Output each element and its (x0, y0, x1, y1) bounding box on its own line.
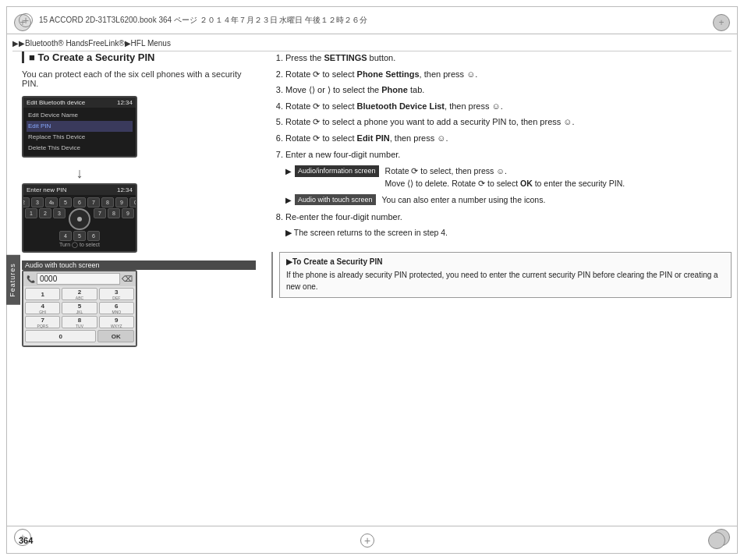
right-note-text: If the phone is already security PIN pro… (286, 269, 725, 292)
numpad-key-1b: 1 (25, 208, 37, 218)
touch-key-8[interactable]: 8 TUV (62, 316, 97, 328)
screen2-header: Enter new PIN 12:34 (23, 185, 136, 195)
step-7: Enter a new four-digit number. ▶ Audio/i… (285, 148, 732, 207)
touch-key-9-sub: WXYZ (111, 324, 122, 328)
numpad-key-7b: 7 (94, 208, 106, 218)
numbered-steps: Press the SETTINGS button. Rotate ⟳ to s… (271, 51, 732, 239)
backspace-icon: ⌫ (122, 275, 133, 283)
screen3-mockup: 📞 0000 ⌫ 1 2 ABC (22, 270, 137, 347)
right-note-title: ▶To Create a Security PIN (286, 257, 725, 266)
touch-key-6-sub: MNO (112, 310, 121, 314)
numpad-key-8b: 8 (108, 208, 120, 218)
touch-key-4[interactable]: 4 GHI (25, 302, 60, 314)
step-3-bold: Phone (381, 85, 408, 94)
touch-key-5[interactable]: 5 JKL (62, 302, 97, 314)
touch-key-6[interactable]: 6 MNO (99, 302, 134, 314)
step-1-bold: SETTINGS (324, 53, 367, 62)
footer-circle-right (708, 532, 725, 549)
touch-row-2: 4 GHI 5 JKL 6 MNO (25, 302, 134, 314)
touch-key-5-num: 5 (78, 303, 81, 310)
screen1-title: Edit Bluetooth device (27, 99, 85, 106)
touch-key-ok[interactable]: OK (97, 330, 134, 342)
step-2: Rotate ⟳ to select Phone Settings, then … (285, 68, 732, 82)
screen2-title: Enter new PIN (27, 186, 67, 193)
touch-key-2-num: 2 (78, 289, 81, 296)
touch-key-2[interactable]: 2 ABC (62, 288, 97, 300)
numpad-key-0: 0 (129, 197, 137, 207)
screen3-header: 📞 0000 ⌫ (23, 271, 136, 286)
numpad-key-2b: 2 (39, 208, 51, 218)
numpad-key-6: 6 (73, 197, 86, 207)
touch-zero-row: 0 OK (25, 330, 134, 342)
touch-key-4-sub: GHI (39, 310, 46, 314)
touch-key-9[interactable]: 9 WXYZ (99, 316, 134, 328)
step-6-bold: Edit PIN (357, 133, 390, 143)
touch-key-4-num: 4 (41, 303, 44, 310)
screen2-hint: Turn ◯ to select (25, 242, 134, 250)
footer-center (33, 533, 702, 548)
numpad-row-2: 1 2 3 7 8 9 (25, 208, 134, 230)
numpad-key-8: 8 (101, 197, 114, 207)
touch-key-1-num: 1 (41, 291, 44, 298)
footer-crosshair (360, 533, 374, 548)
sidebar-features-tab: Features (6, 255, 20, 305)
screen1-time: 12:34 (117, 99, 133, 106)
screen1-item-2: Replace This Device (27, 132, 133, 143)
touch-row-1: 1 2 ABC 3 DEF (25, 288, 134, 300)
footer-right (702, 532, 725, 549)
dial-circle (69, 208, 90, 230)
step-2-bold: Phone Settings (357, 69, 420, 79)
left-column: To Create a Security PIN You can protect… (22, 51, 256, 526)
touch-key-zero[interactable]: 0 (25, 330, 96, 342)
step-8: Re-enter the four-digit number. ▶ The sc… (285, 211, 732, 239)
screen2-body: 2 3 4b 5 6 7 8 9 0 1 2 3 (23, 195, 136, 251)
audio-info-screen-text: Rotate ⟳ to select, then press ☺. Move ⟨… (385, 165, 625, 190)
screen3-body: 1 2 ABC 3 DEF 4 (23, 286, 136, 346)
touch-key-3-sub: DEF (112, 296, 120, 300)
touch-key-1[interactable]: 1 (25, 288, 60, 300)
sub-step-arrow-2: ▶ (285, 194, 292, 207)
step-4-bold: Bluetooth Device List (357, 101, 445, 111)
sub-step-arrow-1: ▶ (285, 165, 292, 178)
screen1-item-1: Edit PIN (27, 121, 133, 132)
numpad-row-3: 4 5 6 (25, 231, 134, 241)
right-note-box: ▶To Create a Security PIN If the phone i… (279, 252, 732, 298)
numpad-key-6b: 6 (87, 231, 100, 241)
step-7-sub-audio-touch: ▶ Audio with touch screen You can also e… (285, 194, 732, 207)
numpad-key-4b: 4 (59, 231, 72, 241)
screen1-item-0: Edit Device Name (27, 110, 133, 121)
numpad-row-1: 2 3 4b 5 6 7 8 9 0 (25, 197, 134, 207)
step-7-sub-audio-info: ▶ Audio/information screen Rotate ⟳ to s… (285, 165, 732, 190)
numpad-key-9: 9 (115, 197, 128, 207)
step-3: Move ⟨⟩ or ⟩ to select the Phone tab. (285, 83, 732, 97)
screen2-container: Enter new PIN 12:34 2 3 4b 5 6 7 8 9 0 (22, 183, 256, 253)
header-crosshair (19, 13, 33, 27)
touch-key-9-num: 9 (115, 317, 118, 324)
touch-key-2-sub: ABC (76, 296, 83, 300)
numpad-key-3b: 3 (53, 208, 66, 218)
screen3-phone-icon: 📞 (27, 275, 35, 283)
down-arrow: ↓ (22, 165, 137, 182)
touch-key-7[interactable]: 7 PQRS (25, 316, 60, 328)
screen3-container: 📞 0000 ⌫ 1 2 ABC (22, 270, 256, 347)
page-header: 15 ACCORD 2D-31T3L6200.book 364 ページ ２０１４… (6, 6, 738, 34)
touch-key-8-num: 8 (78, 317, 81, 324)
page-number: 364 (19, 536, 33, 545)
touch-key-5-sub: JKL (76, 310, 83, 314)
numpad-key-7: 7 (87, 197, 100, 207)
numpad-key-9b: 9 (122, 208, 134, 218)
audio-info-screen-badge: Audio/information screen (295, 165, 379, 176)
step-1: Press the SETTINGS button. (285, 51, 732, 66)
numpad-key-4: 4b (45, 197, 58, 207)
touch-key-7-sub: PQRS (37, 324, 48, 328)
touch-key-7-num: 7 (41, 317, 44, 324)
touch-key-3[interactable]: 3 DEF (99, 288, 134, 300)
screen3-input: 0000 (37, 273, 120, 285)
numpad-key-5b: 5 (73, 231, 86, 241)
screen2-time: 12:34 (117, 186, 133, 193)
screen1-body: Edit Device Name Edit PIN Replace This D… (23, 108, 136, 156)
screen1-container: Edit Bluetooth device 12:34 Edit Device … (22, 96, 256, 158)
screen2-mockup: Enter new PIN 12:34 2 3 4b 5 6 7 8 9 0 (22, 183, 137, 253)
breadcrumb: ▶▶Bluetooth® HandsFreeLink®▶HFL Menus (12, 39, 732, 51)
touch-key-6-num: 6 (115, 303, 118, 310)
